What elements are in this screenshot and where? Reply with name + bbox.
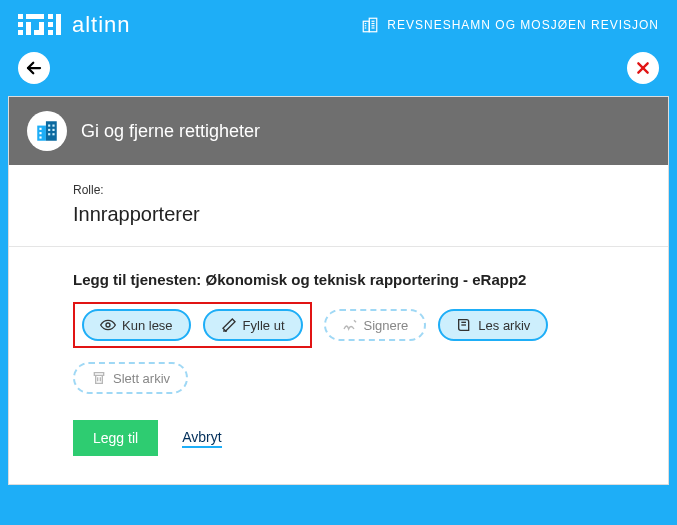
panel-title: Gi og fjerne rettigheter	[81, 121, 260, 142]
pill-label: Slett arkiv	[113, 371, 170, 386]
eye-icon	[100, 317, 116, 333]
svg-rect-27	[39, 136, 41, 138]
section-title: Legg til tjenesten: Økonomisk og teknisk…	[73, 271, 604, 288]
pill-sign[interactable]: Signere	[324, 309, 427, 341]
panel-header: Gi og fjerne rettigheter	[9, 97, 668, 165]
svg-rect-29	[52, 125, 54, 127]
svg-rect-2	[18, 30, 23, 35]
svg-rect-32	[48, 133, 50, 135]
highlight-box: Kun lese Fylle ut	[73, 302, 312, 348]
svg-rect-25	[39, 128, 41, 130]
svg-rect-31	[52, 129, 54, 131]
altinn-logo-icon	[18, 14, 62, 36]
back-button[interactable]	[18, 52, 50, 84]
building-circle-icon	[27, 111, 67, 151]
brand[interactable]: altinn	[18, 12, 131, 38]
role-label: Rolle:	[73, 183, 604, 197]
nav-row	[0, 46, 677, 96]
svg-rect-10	[56, 14, 61, 35]
org-name: REVSNESHAMN OG MOSJØEN REVISJON	[387, 18, 659, 32]
svg-rect-9	[48, 30, 53, 35]
pill-label: Les arkiv	[478, 318, 530, 333]
svg-point-34	[106, 323, 110, 327]
permission-pills: Kun lese Fylle ut	[73, 302, 604, 394]
close-button[interactable]	[627, 52, 659, 84]
building-icon	[361, 16, 379, 34]
arrow-left-icon	[25, 59, 43, 77]
edit-icon	[221, 317, 237, 333]
pill-read-only[interactable]: Kun lese	[82, 309, 191, 341]
svg-rect-33	[52, 133, 54, 135]
divider	[9, 246, 668, 247]
pill-label: Kun lese	[122, 318, 173, 333]
brand-name: altinn	[72, 12, 131, 38]
pill-label: Signere	[364, 318, 409, 333]
pill-label: Fylle ut	[243, 318, 285, 333]
svg-rect-8	[48, 22, 53, 27]
pill-delete-archive[interactable]: Slett arkiv	[73, 362, 188, 394]
svg-rect-0	[18, 14, 23, 19]
svg-rect-24	[46, 121, 57, 141]
svg-rect-23	[37, 126, 46, 141]
svg-rect-28	[48, 125, 50, 127]
add-button[interactable]: Legg til	[73, 420, 158, 456]
trash-archive-icon	[91, 370, 107, 386]
svg-rect-11	[364, 21, 370, 32]
actions-row: Legg til Avbryt	[73, 420, 604, 456]
svg-rect-12	[370, 18, 378, 32]
svg-rect-7	[48, 14, 53, 19]
pill-read-archive[interactable]: Les arkiv	[438, 309, 548, 341]
role-value: Innrapporterer	[73, 203, 604, 226]
svg-rect-30	[48, 129, 50, 131]
signature-icon	[342, 317, 358, 333]
svg-rect-3	[26, 14, 44, 19]
pill-fill[interactable]: Fylle ut	[203, 309, 303, 341]
close-icon	[635, 60, 651, 76]
svg-rect-6	[39, 22, 44, 31]
cancel-link[interactable]: Avbryt	[182, 429, 221, 448]
panel-body: Rolle: Innrapporterer Legg til tjenesten…	[9, 165, 668, 484]
book-icon	[456, 317, 472, 333]
top-bar: altinn REVSNESHAMN OG MOSJØEN REVISJON	[0, 0, 677, 46]
rights-panel: Gi og fjerne rettigheter Rolle: Innrappo…	[8, 96, 669, 485]
svg-rect-4	[26, 22, 31, 35]
svg-rect-1	[18, 22, 23, 27]
org-selector[interactable]: REVSNESHAMN OG MOSJØEN REVISJON	[361, 16, 659, 34]
svg-rect-26	[39, 132, 41, 134]
